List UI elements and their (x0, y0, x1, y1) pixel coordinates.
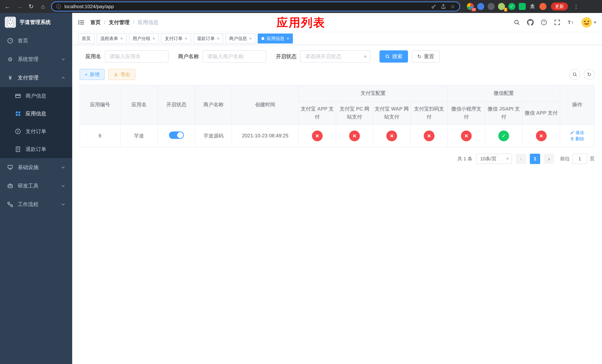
sidebar-item-home[interactable]: 首页 (0, 32, 72, 50)
font-size-icon[interactable]: TT (567, 20, 574, 25)
extension-icon-2[interactable] (477, 3, 484, 10)
page-number-current[interactable]: 1 (530, 154, 540, 164)
refresh-table-button[interactable] (584, 69, 595, 80)
sidebar-item-refund-order[interactable]: 退款订单 (0, 140, 72, 158)
close-icon[interactable] (120, 36, 123, 41)
tab-home[interactable]: 首页 (78, 33, 94, 43)
content-area: 应用名 商户名称 开启状态 请选择开启状态 搜索 重置 (72, 45, 602, 364)
sidebar-logo[interactable]: 芋道管理系统 (0, 13, 72, 32)
navbar-actions: ? TT (514, 17, 596, 28)
sidebar-item-label: 支付管理 (18, 74, 39, 81)
tab-merchant-info[interactable]: 商户信息 (226, 33, 256, 43)
extension-icon-4[interactable]: 1 (498, 3, 505, 10)
goto-page-input[interactable] (572, 154, 587, 164)
close-icon[interactable] (152, 36, 155, 41)
document-icon (15, 146, 21, 152)
url-text: localhost:1024/pay/app (64, 4, 428, 10)
home-icon[interactable] (39, 3, 47, 10)
close-icon[interactable] (249, 36, 252, 41)
extension-icon-1[interactable]: 10 (467, 3, 474, 10)
export-button-label: 导出 (120, 71, 130, 78)
edit-link[interactable]: 修改 (570, 130, 584, 136)
breadcrumb-home[interactable]: 首页 (90, 19, 101, 26)
sidebar-item-app-info[interactable]: 应用信息 (0, 105, 72, 123)
cell-app-name: 芋道 (120, 125, 158, 147)
browser-menu-icon[interactable] (572, 4, 580, 9)
status-select[interactable]: 请选择开启状态 (300, 50, 371, 63)
search-icon[interactable] (514, 19, 520, 26)
card-icon (15, 93, 21, 99)
chevron-up-icon (61, 76, 65, 80)
app-table: 应用编号 应用名 开启状态 商户名称 创建时间 支付宝配置 微信配置 操作 支付… (80, 85, 595, 147)
reset-button[interactable]: 重置 (412, 50, 440, 63)
table-row: 6 芋道 芋道源码 2021-10-23 08:49:25 (80, 125, 594, 147)
breadcrumb-payment[interactable]: 支付管理 (109, 19, 129, 26)
cell-alipay-pc (336, 125, 373, 147)
user-avatar[interactable] (581, 17, 596, 28)
profile-avatar-icon[interactable] (539, 3, 547, 10)
sidebar-item-payment[interactable]: 支付管理 (0, 68, 72, 87)
delete-link-label: 删除 (575, 136, 584, 142)
add-button[interactable]: 新增 (80, 69, 105, 80)
table-toolbar: 新增 导出 (80, 69, 595, 80)
app-shell: 芋道管理系统 首页 系统管理 支付管理 (0, 13, 602, 364)
page-size-select[interactable]: 10条/页 (476, 154, 512, 164)
search-button-label: 搜索 (392, 53, 402, 60)
alipay-qr-status-icon (424, 130, 434, 141)
tab-process-form[interactable]: 流程表单 (97, 33, 127, 43)
svg-text:T: T (568, 20, 571, 25)
browser-update-button[interactable]: 更新 (551, 2, 568, 11)
grid-icon (15, 111, 21, 117)
col-header-wechat-jsapi: 微信 JSAPI 支付 (485, 101, 522, 124)
url-bar-icons (431, 3, 455, 10)
share-icon[interactable] (441, 4, 446, 9)
extension-icon-6[interactable] (519, 3, 526, 10)
merchant-name-input[interactable] (203, 50, 266, 63)
bookmark-star-icon[interactable] (450, 3, 455, 10)
goto-label: 前往 (560, 156, 570, 162)
sidebar-item-pay-order[interactable]: ¥ 支付订单 (0, 123, 72, 140)
close-icon[interactable] (185, 36, 187, 41)
close-icon[interactable] (217, 36, 220, 41)
export-button[interactable]: 导出 (108, 69, 135, 80)
tab-pay-order[interactable]: 支付订单 (161, 33, 191, 43)
search-button[interactable]: 搜索 (379, 50, 408, 63)
fullscreen-icon[interactable] (554, 19, 560, 26)
sidebar-item-system[interactable]: 系统管理 (0, 50, 72, 68)
github-icon[interactable] (527, 19, 534, 26)
tab-label: 商户信息 (229, 36, 247, 42)
tab-app-info[interactable]: 应用信息 (258, 33, 293, 43)
main-area: 首页 支付管理 应用信息 ? (72, 13, 602, 364)
reload-icon[interactable] (27, 3, 35, 10)
back-icon[interactable] (4, 3, 11, 10)
extension-icon-3[interactable] (488, 3, 495, 10)
active-tab-dot-icon (261, 37, 264, 40)
goto-page: 前往 页 (560, 154, 595, 164)
enable-toggle[interactable] (169, 131, 184, 139)
col-group-wechat: 微信配置 (448, 85, 560, 101)
delete-link[interactable]: 删除 (570, 136, 584, 142)
extension-badge: 10 (471, 8, 476, 11)
forward-icon[interactable] (16, 3, 23, 10)
tab-refund-order[interactable]: 退款订单 (193, 33, 223, 43)
sidebar-item-devtools[interactable]: 研发工具 (0, 177, 72, 195)
browser-chrome: localhost:1024/pay/app 10 1 更新 (0, 0, 602, 13)
sidebar-item-merchant-info[interactable]: 商户信息 (0, 87, 72, 105)
close-icon[interactable] (287, 36, 289, 41)
top-navbar: 首页 支付管理 应用信息 ? (72, 13, 602, 32)
next-page-button[interactable] (544, 154, 554, 164)
extensions-puzzle-icon[interactable] (529, 3, 536, 10)
prev-page-button[interactable] (516, 154, 526, 164)
help-icon[interactable]: ? (541, 19, 547, 26)
tab-user-group[interactable]: 用户分组 (129, 33, 159, 43)
url-bar[interactable]: localhost:1024/pay/app (51, 1, 460, 11)
toggle-search-button[interactable] (570, 69, 580, 80)
status-select-placeholder: 请选择开启状态 (305, 53, 341, 60)
sidebar-item-workflow[interactable]: 工作流程 (0, 195, 72, 214)
password-key-icon[interactable] (431, 4, 436, 9)
sidebar-collapse-icon[interactable] (78, 19, 85, 26)
sidebar-item-infra[interactable]: 基础设施 (0, 158, 72, 177)
extension-icon-5[interactable] (508, 3, 515, 10)
site-info-icon[interactable] (56, 3, 61, 10)
app-name-input[interactable] (105, 50, 168, 63)
